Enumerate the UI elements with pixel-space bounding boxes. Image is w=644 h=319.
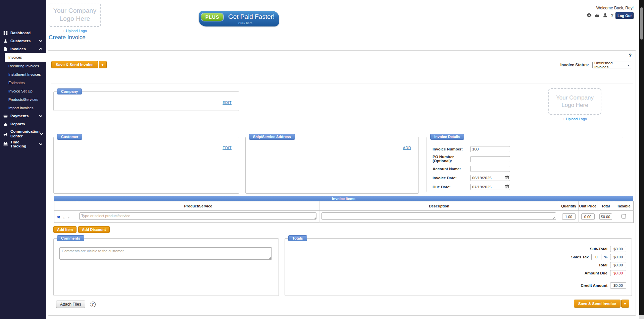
credit-amount-label: Credit Amount	[581, 283, 607, 288]
help-icon[interactable]: ?	[611, 13, 613, 18]
sales-tax-rate-input[interactable]	[591, 254, 601, 260]
taxable-checkbox[interactable]	[622, 214, 626, 218]
invoice-details-section: Invoice Details Invoice Number: PO Numbe…	[427, 137, 623, 192]
sidebar-subitem-products-services[interactable]: Products/Services	[0, 95, 46, 104]
scrollbar-corner	[639, 315, 644, 319]
quantity-column-header: Quantity	[559, 201, 579, 211]
quantity-input[interactable]	[562, 213, 576, 220]
due-date-input[interactable]	[470, 184, 510, 190]
sidebar-subitem-recurring-invoices[interactable]: Recurring Invoices	[0, 62, 46, 70]
sidebar-item-label: Dashboard	[10, 31, 31, 35]
unit-price-input[interactable]	[581, 213, 595, 220]
save-send-dropdown-arrow-bottom[interactable]: ▾	[621, 300, 629, 308]
ship-add-link[interactable]: ADD	[403, 146, 411, 150]
file-icon	[3, 47, 8, 51]
items-header-row: Product/Service Description Quantity Uni…	[54, 201, 634, 211]
total-label: Total	[598, 263, 607, 267]
save-send-invoice-button-bottom[interactable]: Save & Send Invoice	[574, 300, 621, 308]
move-row-down-icon[interactable]: ▼	[67, 216, 70, 219]
upload-logo-link[interactable]: + Upload Logo	[49, 29, 101, 33]
amount-due-value: $0.00	[610, 270, 626, 276]
item-actions-row: Add Item Add Discount	[53, 226, 110, 233]
user-icon[interactable]	[603, 13, 608, 18]
po-number-input[interactable]	[470, 156, 510, 162]
sidebar-item-time-tracking[interactable]: Time Tracking	[0, 140, 46, 148]
sidebar-subitem-estimates[interactable]: Estimates	[0, 78, 46, 87]
po-number-row: PO Number (Optional):	[433, 155, 623, 163]
gear-icon[interactable]	[587, 13, 592, 18]
totals-section: Totals Sub-Total $0.00 Sales Tax % $0.00…	[285, 238, 632, 296]
banner-click-here-link[interactable]: Click here	[238, 21, 252, 25]
percent-sign: %	[604, 255, 607, 259]
thumbs-up-icon[interactable]	[595, 13, 600, 18]
company-section: Company EDIT	[53, 91, 239, 111]
quantity-cell	[559, 211, 579, 223]
sidebar-item-payments[interactable]: Payments	[0, 112, 46, 120]
sidebar-nav: Dashboard Customers Invoices Invoices Re…	[0, 0, 46, 148]
attach-help-icon[interactable]: ?	[90, 302, 96, 307]
sales-tax-label: Sales Tax	[571, 255, 589, 259]
sidebar-item-invoices[interactable]: Invoices	[0, 45, 46, 53]
customer-section-tab: Customer	[57, 134, 82, 140]
product-service-input[interactable]	[79, 212, 316, 220]
move-row-up-icon[interactable]: ▲	[63, 216, 65, 219]
invoice-number-input[interactable]	[470, 146, 510, 152]
logo-placeholder-line2: Logo Here	[561, 102, 588, 109]
attach-files-button[interactable]: Attach Files	[56, 301, 85, 308]
taxable-cell	[614, 211, 634, 223]
delete-row-icon[interactable]: ✖	[57, 215, 60, 219]
scrollbar-thumb[interactable]	[640, 7, 643, 40]
invoice-status-select[interactable]: Unfinished Invoices ▾	[592, 62, 631, 68]
line-total-input[interactable]	[599, 213, 612, 220]
product-service-column-header: Product/Service	[77, 201, 319, 211]
description-input[interactable]	[321, 212, 556, 220]
calendar-icon[interactable]	[505, 184, 509, 189]
invoice-date-input[interactable]	[470, 175, 510, 181]
sidebar-subitem-installment-invoices[interactable]: Installment Invoices	[0, 70, 46, 78]
sidebar-item-dashboard[interactable]: Dashboard	[0, 29, 46, 37]
comments-input[interactable]	[59, 247, 272, 260]
due-date-label: Due Date:	[433, 185, 470, 189]
upload-logo-link-panel[interactable]: + Upload Logo	[548, 117, 601, 121]
due-date-row: Due Date:	[433, 184, 623, 190]
invoice-logo-placeholder: Your Company Logo Here	[548, 88, 601, 115]
subtotal-value: $0.00	[610, 246, 626, 252]
customer-section: Customer EDIT	[53, 137, 239, 194]
save-send-invoice-split-button-top: Save & Send Invoice ▾	[51, 61, 107, 68]
invoice-details-tab: Invoice Details	[430, 134, 464, 140]
invoice-number-row: Invoice Number:	[433, 146, 623, 152]
invoice-number-label: Invoice Number:	[433, 147, 470, 151]
person-icon	[3, 39, 8, 43]
get-paid-faster-banner[interactable]: PLUS Get Paid Faster! Click here	[199, 11, 279, 26]
logout-button[interactable]: Log Out	[615, 12, 634, 19]
sidebar-item-customers[interactable]: Customers	[0, 37, 46, 45]
sidebar-item-communication-center[interactable]: Communication Center	[0, 128, 46, 140]
logo-placeholder-line2: Logo Here	[59, 15, 90, 23]
sidebar-subitem-invoice-set-up[interactable]: Invoice Set Up	[0, 87, 46, 95]
sidebar: Dashboard Customers Invoices Invoices Re…	[0, 0, 46, 319]
subtotal-row: Sub-Total $0.00	[285, 246, 626, 252]
save-send-dropdown-arrow[interactable]: ▾	[99, 61, 107, 68]
sidebar-item-reports[interactable]: Reports	[0, 120, 46, 128]
invoice-items-table: Product/Service Description Quantity Uni…	[54, 201, 633, 223]
calendar-icon	[3, 142, 8, 146]
sidebar-item-label: Invoices	[10, 47, 26, 51]
add-discount-button[interactable]: Add Discount	[78, 226, 110, 233]
account-name-input[interactable]	[470, 166, 510, 172]
calendar-icon[interactable]	[505, 175, 509, 180]
chevron-down-icon	[39, 39, 43, 43]
bar-chart-icon	[3, 122, 8, 126]
ship-service-address-section: Ship/Service Address ADD	[245, 137, 419, 194]
save-send-invoice-button[interactable]: Save & Send Invoice	[51, 61, 98, 68]
customer-edit-link[interactable]: EDIT	[222, 146, 232, 150]
panel-help-icon[interactable]: ?	[629, 53, 632, 58]
invoice-date-label: Invoice Date:	[433, 176, 470, 180]
row-controls-cell: ✖ ▲ ▼	[54, 211, 77, 223]
sidebar-subitem-import-invoices[interactable]: Import Invoices	[0, 104, 46, 112]
footer-actions-left: Attach Files ?	[56, 301, 96, 308]
sales-tax-row: Sales Tax % $0.00	[285, 254, 626, 260]
total-row: Total $0.00	[285, 262, 626, 268]
company-edit-link[interactable]: EDIT	[222, 101, 232, 105]
add-item-button[interactable]: Add Item	[53, 226, 77, 233]
sidebar-subitem-invoices[interactable]: Invoices	[5, 53, 46, 62]
